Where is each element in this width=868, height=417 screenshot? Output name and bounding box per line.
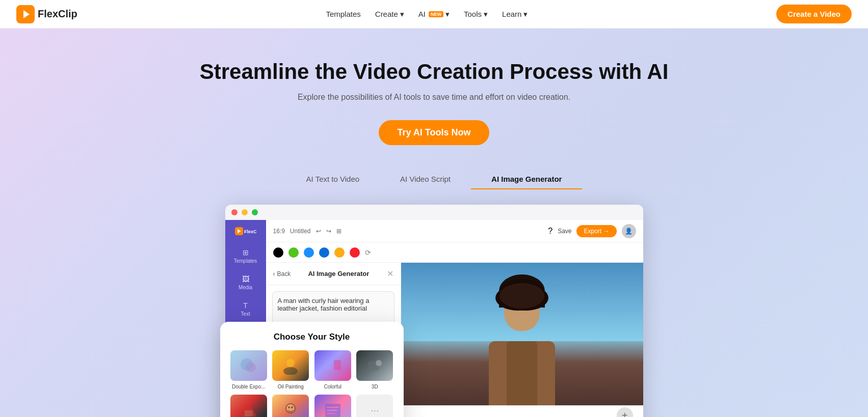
nav-learn[interactable]: Learn ▾ (502, 10, 528, 19)
media-icon: 🖼 (242, 275, 249, 283)
style-thumb-oil-painting (272, 350, 309, 381)
toolbar-left: 16:9 Untitled ↩ ↪ ⊞ (273, 228, 341, 235)
feature-tabs: AI Text to Video AI Video Script AI Imag… (10, 170, 858, 189)
svg-point-17 (291, 406, 293, 408)
svg-point-6 (246, 362, 256, 372)
style-label-double-exposure: Double Expo... (232, 384, 266, 390)
chevron-down-icon: ▾ (484, 10, 488, 19)
style-chooser-title: Choose Your Style (230, 332, 393, 342)
chevron-down-icon: ▾ (400, 10, 404, 19)
more-colors-icon[interactable]: ⟳ (365, 248, 371, 257)
svg-rect-10 (334, 360, 341, 370)
nav-tools[interactable]: Tools ▾ (464, 10, 488, 19)
nav-create[interactable]: Create ▾ (375, 10, 404, 19)
style-label-oil-painting: Oil Painting (278, 384, 304, 390)
window-close-dot (231, 209, 238, 215)
style-thumb-inkpunk (314, 395, 351, 417)
style-label-3d: 3D (372, 384, 378, 390)
color-green[interactable] (288, 247, 299, 258)
window-maximize-dot (252, 209, 258, 215)
tab-ai-text-to-video[interactable]: AI Text to Video (286, 170, 380, 189)
try-ai-tools-button[interactable]: Try AI Tools Now (379, 120, 489, 145)
sidebar-item-media[interactable]: 🖼 Media (228, 271, 264, 294)
style-3d[interactable]: 3D (356, 350, 393, 390)
window-title-bar (225, 205, 643, 220)
toolbar-right: ? Save Export → 👤 (548, 224, 636, 238)
create-video-button[interactable]: Create a Video (776, 5, 852, 23)
hero-section: Streamline the Video Creation Process wi… (0, 29, 868, 417)
help-icon[interactable]: ? (548, 227, 553, 236)
style-inkpunk[interactable]: Inkpunk (314, 395, 352, 417)
color-yellow[interactable] (334, 247, 345, 258)
user-avatar[interactable]: 👤 (622, 224, 636, 238)
ai-new-badge: NEW (429, 11, 443, 17)
style-oil-painting[interactable]: Oil Painting (272, 350, 309, 390)
svg-text:FlexClip: FlexClip (244, 229, 256, 234)
nav-ai[interactable]: AI NEW ▾ (418, 10, 450, 19)
chevron-down-icon: ▾ (523, 10, 528, 19)
logo[interactable]: FlexClip (16, 5, 77, 23)
editor-mockup: FlexClip ⊞ Templates 🖼 Media T Text (225, 205, 643, 417)
logo-text: FlexClip (38, 8, 77, 20)
chevron-down-icon: ▾ (445, 10, 450, 19)
svg-rect-14 (245, 410, 253, 416)
text-icon: T (243, 301, 248, 310)
color-black[interactable] (273, 247, 283, 258)
style-colorful[interactable]: Colorful (314, 350, 352, 390)
style-thumb-cartoon (272, 395, 309, 417)
style-thumb-colorful (314, 350, 351, 381)
style-label-colorful: Colorful (324, 384, 341, 390)
sidebar-item-text[interactable]: T Text (228, 297, 264, 321)
save-button[interactable]: Save (558, 228, 571, 235)
add-item-button[interactable]: + (617, 407, 633, 417)
style-chooser-popup: Choose Your Style Double Expo... (220, 322, 404, 417)
color-blue[interactable] (304, 247, 314, 258)
style-thumb-double-exposure (230, 350, 267, 381)
logo-icon (16, 5, 35, 23)
editor-toolbar: 16:9 Untitled ↩ ↪ ⊞ ? Save Export → 👤 (266, 220, 643, 242)
navbar: FlexClip Templates Create ▾ AI NEW ▾ Too… (0, 0, 868, 29)
aspect-ratio: 16:9 (273, 228, 285, 235)
style-vector-art[interactable]: Vector Art (230, 395, 268, 417)
hero-title: Streamline the Video Creation Process wi… (10, 59, 858, 85)
redo-icon[interactable]: ↪ (326, 228, 331, 235)
color-bar: ⟳ (266, 242, 643, 263)
hero-subtitle: Explore the possibilities of AI tools to… (10, 93, 858, 102)
ai-back-button[interactable]: ‹ Back (273, 270, 291, 277)
sidebar-logo: FlexClip (235, 227, 256, 236)
ai-generated-image (401, 263, 643, 405)
ai-panel-close-button[interactable]: ✕ (387, 269, 393, 279)
chevron-left-icon: ‹ (273, 270, 275, 277)
undo-icon[interactable]: ↩ (316, 228, 321, 235)
tab-ai-video-script[interactable]: AI Video Script (380, 170, 471, 189)
svg-point-7 (286, 359, 295, 367)
templates-icon: ⊞ (243, 248, 249, 257)
style-more[interactable]: ··· More (356, 395, 393, 417)
window-minimize-dot (242, 209, 248, 215)
preview-area (401, 263, 643, 405)
ai-panel-title: AI Image Generator (308, 270, 369, 277)
tab-ai-image-generator[interactable]: AI Image Generator (471, 170, 582, 189)
ai-panel-header: ‹ Back AI Image Generator ✕ (266, 263, 401, 285)
svg-point-16 (288, 406, 290, 408)
style-thumb-more: ··· (356, 395, 393, 417)
style-thumb-3d (356, 350, 393, 381)
color-red[interactable] (350, 247, 360, 258)
project-title: Untitled (290, 228, 311, 235)
style-thumb-vector-art (230, 395, 267, 417)
grid-icon[interactable]: ⊞ (336, 228, 341, 235)
svg-rect-9 (325, 360, 332, 370)
svg-point-8 (283, 367, 298, 375)
nav-templates[interactable]: Templates (326, 10, 360, 18)
style-double-exposure[interactable]: Double Expo... (230, 350, 268, 390)
sidebar-item-templates[interactable]: ⊞ Templates (228, 244, 264, 268)
style-cartoon[interactable]: Cartoon (272, 395, 309, 417)
svg-point-12 (376, 360, 382, 366)
nav-links: Templates Create ▾ AI NEW ▾ Tools ▾ Lear… (326, 10, 528, 19)
export-button[interactable]: Export → (576, 225, 616, 237)
style-grid: Double Expo... Oil Painting (230, 350, 393, 417)
color-dark-blue[interactable] (319, 247, 329, 258)
